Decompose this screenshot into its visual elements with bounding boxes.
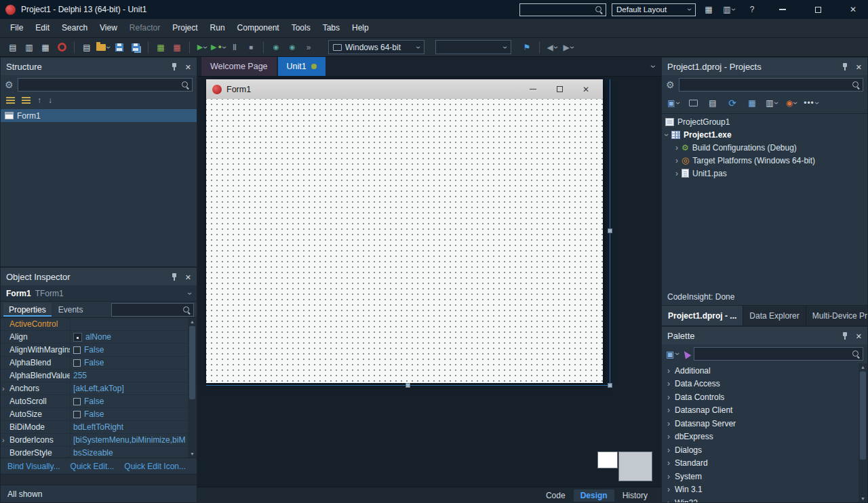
expand-chevron-icon[interactable]: › xyxy=(675,169,678,178)
edit-layout-icon[interactable]: ▥› xyxy=(722,2,736,17)
property-autosize[interactable]: › AutoSize False xyxy=(1,408,188,421)
expand-chevron-icon[interactable]: › xyxy=(667,459,670,467)
sort-type-icon[interactable] xyxy=(22,97,31,104)
expand-chevron-icon[interactable]: › xyxy=(2,437,9,444)
scroll-down-icon[interactable]: ▼ xyxy=(861,496,865,502)
checkbox-icon[interactable] xyxy=(73,398,81,405)
pin-icon[interactable] xyxy=(841,62,849,71)
property-autoscroll[interactable]: › AutoScroll False xyxy=(1,395,188,408)
project-node-target-platforms-windows-64-bit[interactable]: › Target Platforms (Windows 64-bit) xyxy=(662,154,867,167)
palette-scrollbar[interactable]: ▲ ▼ xyxy=(859,363,867,502)
property-value-cell[interactable]: False xyxy=(71,408,188,420)
expand-chevron-icon[interactable]: › xyxy=(667,393,670,401)
scrollbar-thumb[interactable] xyxy=(860,371,866,460)
close-button[interactable] xyxy=(838,0,868,19)
menu-search[interactable]: Search xyxy=(56,19,94,37)
expand-chevron-icon[interactable]: › xyxy=(2,385,9,393)
refresh-icon[interactable]: ⟳ xyxy=(725,96,740,110)
checkbox-icon[interactable] xyxy=(73,411,81,418)
run-config-icon[interactable]: ◉› xyxy=(784,96,799,110)
palette-category-data-controls[interactable]: › Data Controls xyxy=(662,390,859,404)
palette-category-win32[interactable]: › Win32 xyxy=(662,496,859,502)
inspector-tab-properties[interactable]: Properties xyxy=(3,303,52,317)
gear-icon[interactable] xyxy=(666,80,675,89)
palette-category-dbexpress[interactable]: › dbExpress xyxy=(662,430,859,444)
expand-chevron-icon[interactable]: › xyxy=(675,157,678,165)
inspector-search[interactable] xyxy=(111,303,194,317)
property-value-cell[interactable]: False xyxy=(71,395,188,407)
menu-tabs[interactable]: Tabs xyxy=(317,19,346,37)
project-node-unit1-pas[interactable]: › Unit1.pas xyxy=(662,167,867,180)
close-icon[interactable] xyxy=(856,62,862,72)
scrollbar-thumb[interactable] xyxy=(189,326,195,399)
scrollbar-track[interactable] xyxy=(188,325,197,451)
palette-category-dialogs[interactable]: › Dialogs xyxy=(662,443,859,457)
close-icon[interactable] xyxy=(185,272,191,282)
expand-chevron-icon[interactable]: › xyxy=(667,380,670,388)
step-over-icon[interactable]: ◉ xyxy=(285,40,300,55)
add-to-project-icon[interactable]: ▦ xyxy=(153,40,168,55)
sort-alpha-icon[interactable] xyxy=(6,97,15,104)
form-minimize-button[interactable] xyxy=(522,79,544,99)
pin-icon[interactable] xyxy=(170,273,178,281)
trace-into-icon[interactable]: ◉ xyxy=(269,40,283,55)
pause-button[interactable]: ‖ xyxy=(227,40,242,55)
pin-icon[interactable] xyxy=(841,331,849,340)
menu-refactor[interactable]: Refactor xyxy=(123,19,166,37)
menu-help[interactable]: Help xyxy=(346,19,375,37)
property-bidimode[interactable]: › BiDiMode bdLeftToRight xyxy=(1,421,188,434)
property-value-cell[interactable]: False xyxy=(71,357,188,369)
project-options-icon[interactable]: ▦ xyxy=(38,40,53,55)
help-button[interactable]: ? xyxy=(742,5,762,14)
target-platform-combo[interactable]: Windows 64-bit › xyxy=(328,40,425,54)
editor-tab-welcome-page[interactable]: Welcome Page xyxy=(201,57,277,76)
scroll-up-icon[interactable]: ▲ xyxy=(861,364,865,370)
secondary-combo[interactable]: › xyxy=(435,40,511,54)
property-value-cell[interactable]: bsSizeable xyxy=(71,447,188,458)
projects-search[interactable] xyxy=(679,78,863,92)
panel-tab-data-explorer[interactable]: Data Explorer xyxy=(743,306,806,325)
property-borderstyle[interactable]: › BorderStyle bsSizeable xyxy=(1,447,188,458)
gear-icon[interactable] xyxy=(5,80,14,89)
expand-chevron-icon[interactable]: › xyxy=(667,406,670,414)
form-maximize-button[interactable] xyxy=(549,79,570,99)
show-hierarchy-icon[interactable]: ▦ xyxy=(745,96,760,110)
inspector-search-input[interactable] xyxy=(115,305,180,315)
checkbox-icon[interactable] xyxy=(73,359,81,367)
menu-edit[interactable]: Edit xyxy=(29,19,56,37)
menu-project[interactable]: Project xyxy=(166,19,203,37)
form-titlebar[interactable]: Form1 xyxy=(206,79,603,99)
object-selector[interactable]: Form1 TForm1 › xyxy=(1,285,197,302)
list-view-icon[interactable]: ▤ xyxy=(705,96,720,110)
layout-combo[interactable]: Default Layout › xyxy=(612,3,696,16)
structure-search-input[interactable] xyxy=(21,80,178,89)
insight-icon[interactable] xyxy=(54,40,69,55)
run-button[interactable]: ▶› xyxy=(195,40,210,55)
structure-node-form1[interactable]: Form1 xyxy=(1,109,197,122)
expand-chevron-icon[interactable]: › xyxy=(667,499,670,502)
palette-view-combo[interactable]: ▣ › xyxy=(666,349,679,359)
link-quick-edit[interactable]: Quick Edit... xyxy=(71,462,115,471)
move-up-icon[interactable]: ↑ xyxy=(37,96,41,105)
new-window-icon[interactable] xyxy=(686,96,701,110)
expand-chevron-icon[interactable]: › xyxy=(675,144,678,152)
property-activecontrol[interactable]: › ActiveControl xyxy=(1,318,188,331)
package-icon[interactable]: ▣› xyxy=(666,96,681,110)
new-items-icon[interactable]: ▤ xyxy=(5,40,20,55)
run-without-debugging-button[interactable]: ▶●› xyxy=(211,40,226,55)
structure-search[interactable] xyxy=(18,78,193,92)
property-grid-scrollbar[interactable]: ▲ ▼ xyxy=(188,318,197,458)
property-value-cell[interactable]: bdLeftToRight xyxy=(71,421,188,433)
expand-chevron-icon[interactable]: › xyxy=(667,485,670,494)
palette-category-datasnap-client[interactable]: › Datasnap Client xyxy=(662,404,859,418)
apply-flag-icon[interactable]: ⚑ xyxy=(519,40,534,55)
property-value-cell[interactable]: [biSystemMenu,biMinimize,biM xyxy=(71,434,188,446)
titlebar-search[interactable] xyxy=(519,3,606,16)
menu-file[interactable]: File xyxy=(4,19,29,37)
property-anchors[interactable]: › Anchors [akLeft,akTop] xyxy=(1,382,188,395)
project-node-project1-exe[interactable]: › Project1.exe xyxy=(662,128,867,141)
toolbar-overflow-icon[interactable]: » xyxy=(301,40,316,55)
palette-search[interactable] xyxy=(694,347,863,361)
expand-chevron-icon[interactable]: › xyxy=(663,134,671,136)
titlebar-search-input[interactable] xyxy=(523,5,592,14)
